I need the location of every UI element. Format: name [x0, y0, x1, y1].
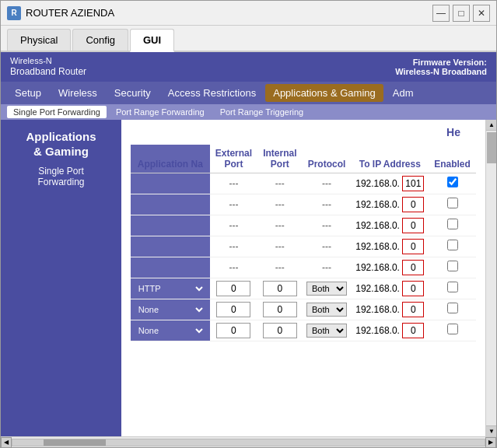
sidebar: Applications& Gaming Single PortForwardi…	[1, 120, 121, 436]
vertical-scrollbar[interactable]: ▲ ▼	[485, 120, 496, 436]
sub-nav-trigger[interactable]: Port Range Triggering	[214, 106, 310, 118]
int-port-cell: ---	[257, 257, 302, 278]
firmware-info: Firmware Version: Wireless-N Broadband	[395, 58, 487, 76]
app-name-cell: HTTPNone	[131, 278, 210, 299]
int-port-input[interactable]	[263, 323, 297, 338]
enabled-checkbox[interactable]	[447, 261, 458, 271]
window-title: ROUTER AZIENDA	[26, 7, 432, 19]
ext-port-cell: ---	[210, 194, 258, 215]
ext-port-input[interactable]	[216, 323, 250, 338]
protocol-select[interactable]: BothTCPUDP	[306, 303, 347, 317]
h-scroll-thumb[interactable]	[44, 439, 106, 446]
window-controls: — □ ✕	[432, 5, 490, 22]
ip-last-input[interactable]	[402, 197, 424, 212]
tabs-bar: Physical Config GUI	[1, 26, 496, 52]
ip-last-input[interactable]	[402, 239, 424, 254]
scroll-up-button[interactable]: ▲	[486, 120, 496, 131]
sidebar-subtitle: Single PortForwarding	[4, 166, 118, 192]
app-name-select[interactable]: NoneHTTP	[135, 304, 205, 315]
app-name-select[interactable]: NoneHTTP	[135, 325, 205, 336]
ip-cell: 192.168.0.	[351, 215, 429, 236]
title-bar: R ROUTER AZIENDA — □ ✕	[1, 1, 496, 26]
scroll-down-button[interactable]: ▼	[486, 425, 496, 436]
ext-port-input[interactable]	[216, 281, 250, 296]
enabled-cell	[429, 236, 476, 257]
int-port-input[interactable]	[263, 281, 297, 296]
ip-cell: 192.168.0.	[351, 299, 429, 320]
enabled-checkbox[interactable]	[447, 240, 458, 250]
ext-port-cell	[210, 299, 258, 320]
h-scroll-track	[12, 439, 485, 446]
protocol-select[interactable]: BothTCPUDP	[306, 282, 347, 296]
table-row: --- --- --- 192.168.0.	[131, 236, 476, 257]
app-name-cell	[131, 257, 210, 278]
table-row: NoneHTTP	[131, 299, 476, 320]
minimize-button[interactable]: —	[432, 5, 450, 22]
ip-last-input[interactable]	[402, 281, 424, 296]
enabled-checkbox[interactable]	[447, 219, 458, 229]
col-header-extport: ExternalPort	[210, 145, 258, 173]
ip-last-input[interactable]	[402, 218, 424, 233]
tab-config[interactable]: Config	[72, 29, 128, 51]
int-port-cell: ---	[257, 173, 302, 194]
enabled-cell	[429, 173, 476, 194]
protocol-cell: BothTCPUDP	[303, 320, 352, 341]
int-port-cell: ---	[257, 215, 302, 236]
scroll-left-button[interactable]: ◀	[1, 437, 12, 448]
enabled-cell	[429, 194, 476, 215]
nav-item-setup[interactable]: Setup	[7, 84, 49, 102]
int-port-cell: ---	[257, 194, 302, 215]
int-port-input[interactable]	[263, 302, 297, 317]
enabled-checkbox[interactable]	[447, 198, 458, 208]
table-row: --- --- --- 192.168.0.	[131, 215, 476, 236]
ext-port-cell: ---	[210, 173, 258, 194]
horizontal-scrollbar[interactable]: ◀ ▶	[1, 436, 496, 447]
table-row: HTTPNone	[131, 278, 476, 299]
ip-cell: 192.168.0.	[351, 173, 429, 194]
brand-line1: Wireless-N	[10, 55, 86, 66]
tab-physical[interactable]: Physical	[7, 29, 71, 51]
ext-port-cell: ---	[210, 215, 258, 236]
sub-nav-singleport[interactable]: Single Port Forwarding	[7, 106, 107, 118]
nav-item-admin[interactable]: Adm	[385, 84, 422, 102]
scroll-thumb[interactable]	[487, 132, 496, 163]
ext-port-cell	[210, 320, 258, 341]
enabled-checkbox[interactable]	[447, 177, 458, 187]
int-port-cell	[257, 299, 302, 320]
ip-last-input[interactable]	[402, 302, 424, 317]
firmware-label: Firmware Version:	[413, 58, 487, 67]
enabled-checkbox[interactable]	[447, 282, 458, 292]
app-name-cell	[131, 173, 210, 194]
port-forwarding-table: Application Na ExternalPort InternalPort…	[131, 145, 476, 341]
protocol-select[interactable]: BothTCPUDP	[306, 324, 347, 338]
col-header-intport: InternalPort	[257, 145, 302, 173]
ip-last-input[interactable]	[402, 260, 424, 275]
protocol-cell: ---	[303, 173, 352, 194]
scroll-right-button[interactable]: ▶	[485, 437, 496, 448]
ip-last-input[interactable]	[402, 323, 424, 338]
int-port-cell	[257, 320, 302, 341]
col-header-protocol: Protocol	[303, 145, 352, 173]
sub-nav-bar: Single Port Forwarding Port Range Forwar…	[1, 104, 496, 120]
nav-item-appsgaming[interactable]: Applications & Gaming	[265, 84, 383, 102]
app-name-select[interactable]: HTTPNone	[135, 283, 205, 294]
ext-port-input[interactable]	[216, 302, 250, 317]
app-name-cell	[131, 215, 210, 236]
app-name-cell	[131, 236, 210, 257]
col-header-toip: To IP Address	[351, 145, 429, 173]
protocol-cell: ---	[303, 236, 352, 257]
maximize-button[interactable]: □	[453, 5, 470, 22]
enabled-checkbox[interactable]	[447, 303, 458, 313]
ip-last-input[interactable]	[402, 176, 424, 191]
tab-gui[interactable]: GUI	[130, 29, 174, 52]
nav-item-security[interactable]: Security	[107, 84, 159, 102]
nav-item-access[interactable]: Access Restrictions	[160, 84, 264, 102]
sidebar-title: Applications& Gaming	[4, 123, 118, 166]
nav-item-wireless[interactable]: Wireless	[51, 84, 105, 102]
main-window: R ROUTER AZIENDA — □ ✕ Physical Config G…	[0, 0, 497, 448]
enabled-cell	[429, 299, 476, 320]
close-button[interactable]: ✕	[473, 5, 490, 22]
sub-nav-portrange[interactable]: Port Range Forwarding	[110, 106, 211, 118]
enabled-checkbox[interactable]	[447, 324, 458, 334]
main-content-area: He Application Na ExternalPort InternalP…	[121, 120, 485, 436]
